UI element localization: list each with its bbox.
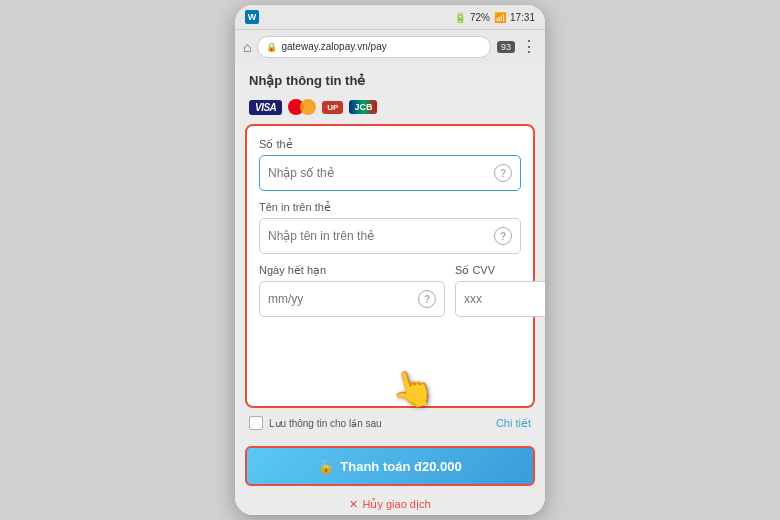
payment-button-wrapper: 🔒 Thanh toán đ20.000 <box>235 438 545 494</box>
expiry-input-wrapper: ? <box>259 281 445 317</box>
url-bar[interactable]: 🔒 gateway.zalopay.vn/pay <box>257 36 491 58</box>
tab-count-badge[interactable]: 93 <box>497 41 515 53</box>
home-icon[interactable]: ⌂ <box>243 39 251 55</box>
ssl-lock-icon: 🔒 <box>266 42 277 52</box>
card-number-label: Số thẻ <box>259 138 521 151</box>
url-text: gateway.zalopay.vn/pay <box>281 41 386 52</box>
mastercard-logo <box>288 98 316 116</box>
expiry-cvv-row: Ngày hết hạn ? Số CVV ? <box>259 264 521 327</box>
status-bar: W 🔋 72% 📶 17:31 <box>235 5 545 29</box>
card-logos-row: VISA UP JCB <box>235 94 545 124</box>
payment-button[interactable]: 🔒 Thanh toán đ20.000 <box>245 446 535 486</box>
visa-logo: VISA <box>249 100 282 115</box>
cancel-label[interactable]: Hủy giao dịch <box>362 498 430 511</box>
cancel-row: ✕ Hủy giao dịch <box>235 494 545 515</box>
unionpay-logo: UP <box>322 101 343 114</box>
card-name-group: Tên in trên thẻ ? <box>259 201 521 254</box>
browser-menu-icon[interactable]: ⋮ <box>521 37 537 56</box>
payment-label: Thanh toán đ20.000 <box>340 459 461 474</box>
card-name-input[interactable] <box>268 229 494 243</box>
cancel-x-icon: ✕ <box>349 498 358 511</box>
cvv-group: Số CVV ? <box>455 264 545 317</box>
card-name-label: Tên in trên thẻ <box>259 201 521 214</box>
chi-tiet-link[interactable]: Chi tiết <box>496 417 531 430</box>
card-number-help-icon[interactable]: ? <box>494 164 512 182</box>
payment-lock-icon: 🔒 <box>318 459 334 474</box>
browser-bar: ⌂ 🔒 gateway.zalopay.vn/pay 93 ⋮ <box>235 29 545 63</box>
save-info-checkbox[interactable] <box>249 416 263 430</box>
save-info-row: Lưu thông tin cho lần sau Chi tiết <box>235 408 545 438</box>
signal-bars: 📶 <box>494 12 506 23</box>
expiry-label: Ngày hết hạn <box>259 264 445 277</box>
card-number-input-wrapper: ? <box>259 155 521 191</box>
card-name-input-wrapper: ? <box>259 218 521 254</box>
card-name-help-icon[interactable]: ? <box>494 227 512 245</box>
expiry-input[interactable] <box>268 292 418 306</box>
jcb-logo: JCB <box>349 100 377 114</box>
expiry-help-icon[interactable]: ? <box>418 290 436 308</box>
time-display: 17:31 <box>510 12 535 23</box>
save-info-label: Lưu thông tin cho lần sau <box>269 418 382 429</box>
card-number-input[interactable] <box>268 166 494 180</box>
phone-frame: W 🔋 72% 📶 17:31 ⌂ 🔒 gateway.zalopay.vn/p… <box>235 5 545 515</box>
cvv-input[interactable] <box>464 292 545 306</box>
battery-level: 72% <box>470 12 490 23</box>
cvv-label: Số CVV <box>455 264 545 277</box>
card-number-group: Số thẻ ? <box>259 138 521 191</box>
page-title: Nhập thông tin thẻ <box>235 63 545 94</box>
battery-icon: 🔋 <box>454 12 466 23</box>
expiry-group: Ngày hết hạn ? <box>259 264 445 317</box>
cvv-input-wrapper: ? <box>455 281 545 317</box>
page-content: Nhập thông tin thẻ VISA UP JCB Số thẻ ? <box>235 63 545 515</box>
app-icon: W <box>245 10 259 24</box>
card-info-form: Số thẻ ? Tên in trên thẻ ? Ngày hết hạn <box>245 124 535 408</box>
